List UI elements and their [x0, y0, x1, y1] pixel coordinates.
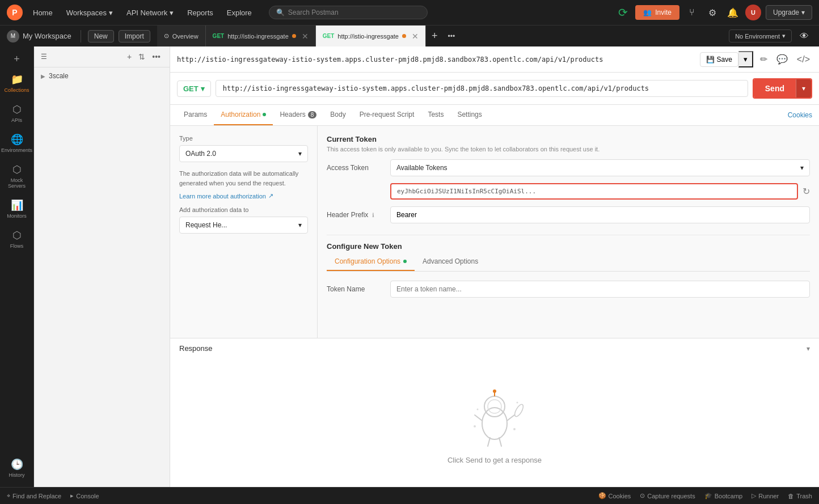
bootcamp-item[interactable]: 🎓 Bootcamp [704, 492, 743, 499]
request-tabs: Params Authorization Headers 8 Body Pre-… [170, 105, 819, 126]
nav-workspaces[interactable]: Workspaces ▾ [61, 5, 119, 20]
console-item[interactable]: ▸ Console [70, 492, 99, 499]
upgrade-button[interactable]: Upgrade ▾ [766, 5, 812, 20]
save-button-group: 💾 Save ▾ [700, 51, 753, 67]
advanced-options-tab[interactable]: Advanced Options [415, 253, 486, 271]
sidebar-item-environments[interactable]: 🌐 Environments [2, 129, 32, 158]
tab-tests[interactable]: Tests [421, 105, 450, 125]
sidebar-mock-servers-label: Mock Servers [5, 177, 29, 189]
avatar[interactable]: U [745, 5, 761, 20]
response-caption: Click Send to get a response [448, 456, 542, 464]
sidebar-item-collections[interactable]: 📁 Collections [2, 69, 32, 98]
panel-add-icon[interactable]: + [125, 51, 134, 62]
console-icon: ▸ [70, 492, 74, 499]
settings-icon[interactable]: ⚙ [704, 5, 720, 20]
new-button[interactable]: New [88, 30, 114, 43]
sidebar-item-apis[interactable]: ⬡ APIs [2, 99, 32, 128]
save-chevron-button[interactable]: ▾ [738, 51, 753, 67]
send-chevron-button[interactable]: ▾ [796, 79, 811, 98]
collection-chevron: ▶ [41, 73, 45, 79]
overview-tab[interactable]: ⊙ Overview [157, 26, 206, 47]
token-value-input[interactable] [390, 183, 798, 200]
token-name-input[interactable] [390, 281, 810, 298]
sidebar-item-monitors[interactable]: 📊 Monitors [2, 194, 32, 223]
send-button-group: Send ▾ [753, 78, 812, 99]
runner-item[interactable]: ▷ Runner [752, 492, 779, 499]
import-button[interactable]: Import [119, 30, 150, 43]
apis-icon: ⬡ [12, 103, 22, 116]
save-button[interactable]: 💾 Save [700, 52, 738, 67]
code-icon[interactable]: </> [795, 52, 812, 67]
save-icon: 💾 [706, 56, 715, 63]
cookies-link[interactable]: Cookies [788, 111, 812, 119]
type-selector[interactable]: OAuth 2.0 ▾ [179, 145, 308, 162]
tab-1[interactable]: GET http://istio-ingressgate ✕ [206, 26, 316, 47]
nav-explore[interactable]: Explore [221, 5, 257, 20]
nav-reports[interactable]: Reports [181, 5, 219, 20]
section-divider [327, 235, 810, 235]
capture-icon: ⊙ [640, 492, 645, 499]
url-input[interactable] [216, 80, 748, 97]
collections-icon: 📁 [11, 73, 23, 86]
sidebar-item-mock-servers[interactable]: ⬡ Mock Servers [2, 159, 32, 193]
panel-filter-icon[interactable]: ☰ [41, 53, 47, 61]
tab1-close[interactable]: ✕ [302, 32, 309, 41]
svg-point-2 [488, 400, 501, 413]
sync-icon[interactable]: ⟳ [615, 5, 631, 20]
cookies-item[interactable]: 🍪 Cookies [598, 492, 631, 499]
sidebar-apis-label: APIs [11, 117, 22, 123]
sidebar-history-label: History [9, 472, 24, 478]
tab2-close[interactable]: ✕ [412, 32, 419, 41]
sidebar-add-button[interactable]: + [14, 53, 20, 65]
invite-button[interactable]: 👥 Invite [635, 5, 679, 20]
request-url-path: http://istio-ingressgateway-istio-system… [177, 56, 695, 63]
sidebar-item-history[interactable]: 🕒 History [2, 454, 32, 482]
sidebar-item-flows[interactable]: ⬡ Flows [2, 225, 32, 253]
token-refresh-icon[interactable]: ↻ [803, 186, 810, 197]
nav-api-network[interactable]: API Network ▾ [121, 5, 179, 20]
tab1-url: http://istio-ingressgate [227, 33, 289, 40]
find-replace-item[interactable]: ⌖ Find and Replace [7, 492, 61, 499]
tab-body[interactable]: Body [323, 105, 352, 125]
panel-sort-icon[interactable]: ⇅ [136, 51, 147, 62]
tab-params[interactable]: Params [177, 105, 214, 125]
config-options-tab[interactable]: Configuration Options [327, 253, 415, 271]
token-name-row: Token Name [327, 281, 810, 298]
comment-icon[interactable]: 💬 [774, 52, 790, 67]
config-tabs: Configuration Options Advanced Options [327, 253, 810, 272]
notification-icon[interactable]: 🔔 [725, 5, 741, 20]
search-bar[interactable]: 🔍 [269, 6, 428, 19]
learn-more-link[interactable]: Learn more about authorization ↗ [179, 192, 308, 200]
tab-headers[interactable]: Headers 8 [273, 105, 323, 125]
eye-icon[interactable]: 👁 [796, 28, 812, 44]
tab-settings[interactable]: Settings [450, 105, 488, 125]
edit-icon[interactable]: ✏ [758, 52, 770, 67]
response-collapse-icon[interactable]: ▾ [807, 345, 810, 353]
tab-add-button[interactable]: + [426, 28, 444, 44]
tabs-bar: ⊙ Overview GET http://istio-ingressgate … [157, 26, 729, 47]
sidebar-environments-label: Environments [1, 147, 32, 153]
bearer-input[interactable] [390, 206, 810, 223]
available-tokens-dropdown[interactable]: Available Tokens ▾ [390, 159, 810, 176]
flows-icon: ⬡ [12, 229, 22, 242]
app-logo[interactable]: P [7, 5, 23, 20]
bootcamp-icon: 🎓 [704, 492, 712, 499]
panel-more-icon[interactable]: ••• [150, 51, 163, 62]
env-dropdown[interactable]: No Environment ▾ [729, 29, 792, 43]
method-selector[interactable]: GET ▾ [177, 81, 211, 97]
tab-authorization[interactable]: Authorization [214, 105, 273, 125]
tab-2[interactable]: GET http://istio-ingressgate ✕ [316, 26, 426, 47]
header-prefix-label: Header Prefix ℹ [327, 211, 383, 219]
search-input[interactable] [288, 9, 420, 16]
nav-home[interactable]: Home [27, 5, 58, 20]
tab-more-button[interactable]: ••• [444, 30, 460, 43]
send-button[interactable]: Send [754, 79, 796, 98]
tab-prerequest[interactable]: Pre-request Script [353, 105, 421, 125]
response-header: Response ▾ [170, 338, 819, 358]
add-to-selector[interactable]: Request He... ▾ [179, 217, 308, 234]
workspace-avatar: M [7, 30, 19, 43]
collection-3scale[interactable]: ▶ 3scale [34, 67, 170, 84]
fork-icon[interactable]: ⑂ [684, 5, 700, 20]
trash-item[interactable]: 🗑 Trash [788, 493, 812, 499]
capture-item[interactable]: ⊙ Capture requests [640, 492, 695, 499]
